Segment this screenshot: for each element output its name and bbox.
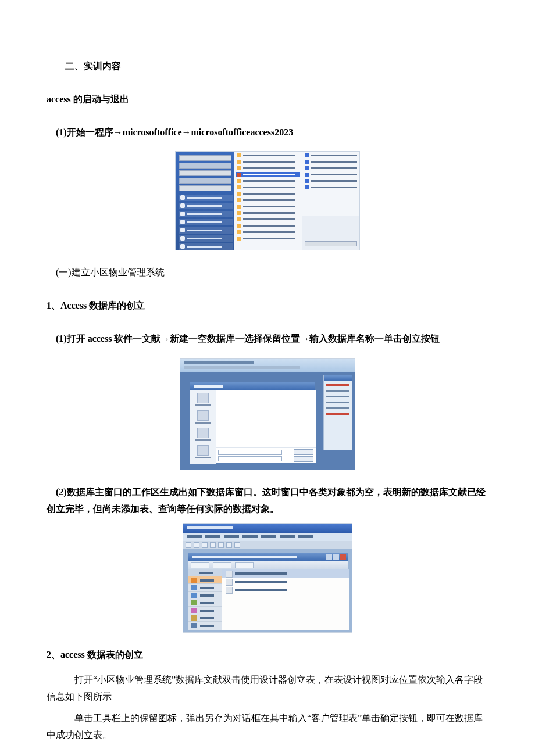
screenshot-db-window bbox=[183, 523, 352, 633]
step-db-create-2: (2)数据库主窗口的工作区生成出如下数据库窗口。这时窗口中各类对象都为空，表明新… bbox=[47, 484, 488, 518]
section-heading-2: 二、实训内容 bbox=[47, 58, 488, 75]
step-db-create-1: (1)打开 access 软件一文献→新建一空数据库一选择保留位置→输入数据库名… bbox=[47, 331, 488, 347]
para-table-create-2: 单击工具栏上的保留图标，弹出另存为对话框在其中输入“客户管理表”单击确定按钮，即… bbox=[47, 710, 488, 744]
screenshot-start-menu bbox=[175, 151, 360, 250]
heading-access-start-exit: access 的启动与退出 bbox=[47, 91, 488, 108]
step-1-start-path: (1)开始一程序→microsoftoffice→microsoftoffice… bbox=[47, 124, 488, 141]
heading-db-create: 1、Access 数据库的创立 bbox=[47, 298, 488, 314]
screenshot-new-db-dialog bbox=[180, 358, 355, 470]
para-table-create-1: 打开“小区物业管理系统”数据库文献双击使用设计器创立表，在表设计视图对应位置依次… bbox=[47, 672, 488, 705]
heading-section-yi: (一)建立小区物业管理系统 bbox=[47, 264, 488, 281]
heading-table-create: 2、access 数据表的创立 bbox=[47, 647, 488, 664]
